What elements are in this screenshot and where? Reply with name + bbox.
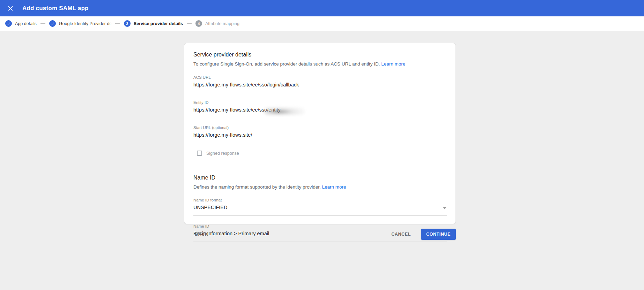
signed-response-label: Signed response: [206, 151, 239, 156]
close-icon[interactable]: [6, 4, 15, 13]
check-icon: [49, 20, 56, 27]
footer-actions: BACK CANCEL CONTINUE: [184, 228, 456, 240]
step-label: Attribute mapping: [205, 21, 239, 26]
step-number-badge: 4: [195, 20, 202, 27]
redacted-blur-patch: [264, 107, 305, 116]
step-label: Google Identity Provider details: [59, 21, 111, 26]
start-url-input[interactable]: https://forge.my-flows.site/: [193, 132, 447, 138]
section-description: Defines the naming format supported by t…: [193, 184, 447, 190]
step-separator: [187, 23, 192, 24]
description-text: To configure Single Sign-On, add service…: [193, 61, 380, 67]
back-button[interactable]: BACK: [191, 229, 213, 239]
signed-response-row: Signed response: [197, 151, 447, 156]
section-title-name-id: Name ID: [193, 175, 447, 181]
description-text: Defines the naming format supported by t…: [193, 184, 321, 190]
start-url-label: Start URL (optional): [193, 125, 447, 130]
stepper: App details Google Identity Provider det…: [0, 16, 644, 31]
section-title-service-provider: Service provider details: [193, 52, 447, 58]
name-id-label: Name ID: [193, 224, 447, 228]
entity-id-label: Entity ID: [193, 100, 447, 105]
section-description: To configure Single Sign-On, add service…: [193, 61, 447, 67]
dialog-title: Add custom SAML app: [22, 5, 89, 12]
cancel-button[interactable]: CANCEL: [387, 229, 415, 239]
step-label: Service provider details: [134, 21, 183, 26]
start-url-field: Start URL (optional) https://forge.my-fl…: [193, 125, 447, 143]
learn-more-link[interactable]: Learn more: [381, 61, 405, 67]
step-label: App details: [15, 21, 37, 26]
dialog-header: Add custom SAML app: [0, 0, 644, 16]
step-app-details[interactable]: App details: [5, 20, 37, 27]
entity-id-input[interactable]: https://forge.my-flows.site/ee/sso/entit…: [193, 107, 447, 113]
signed-response-checkbox[interactable]: [197, 151, 202, 156]
step-number-badge: 3: [124, 20, 131, 27]
step-separator: [40, 23, 45, 24]
entity-id-field: Entity ID https://forge.my-flows.site/ee…: [193, 100, 447, 118]
step-google-idp-details[interactable]: Google Identity Provider details: [49, 20, 111, 27]
step-attribute-mapping[interactable]: 4 Attribute mapping: [195, 20, 239, 27]
acs-url-input[interactable]: https://forge.my-flows.site/ee/sso/login…: [193, 82, 447, 87]
acs-url-field: ACS URL https://forge.my-flows.site/ee/s…: [193, 75, 447, 93]
learn-more-link[interactable]: Learn more: [322, 184, 346, 190]
chevron-down-icon: [443, 207, 446, 209]
service-provider-card: Service provider details To configure Si…: [184, 43, 456, 224]
name-id-format-select[interactable]: Name ID format UNSPECIFIED: [193, 198, 447, 216]
step-separator: [115, 23, 120, 24]
step-service-provider-details[interactable]: 3 Service provider details: [124, 20, 183, 27]
name-id-format-label: Name ID format: [193, 198, 447, 202]
name-id-format-value: UNSPECIFIED: [193, 205, 447, 210]
check-icon: [5, 20, 12, 27]
acs-url-label: ACS URL: [193, 75, 447, 79]
continue-button[interactable]: CONTINUE: [421, 229, 456, 240]
